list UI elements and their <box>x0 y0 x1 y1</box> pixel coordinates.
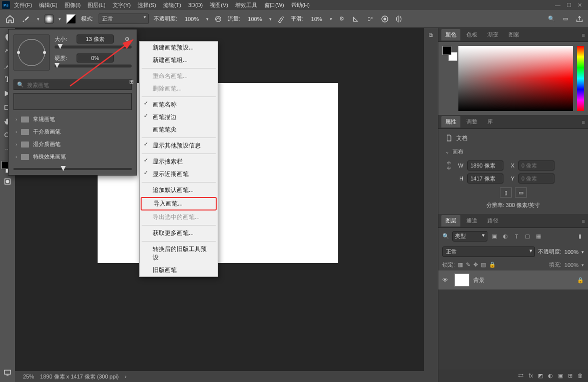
filter-adjust-icon[interactable]: ◐ <box>501 232 509 240</box>
ctx-new-group[interactable]: 新建画笔组... <box>140 54 218 66</box>
visibility-icon[interactable]: 👁 <box>442 277 450 283</box>
brush-folder[interactable]: ›常规画笔 <box>14 113 132 126</box>
max-icon[interactable]: ☐ <box>566 2 571 8</box>
fill-value[interactable]: 100% <box>564 262 578 268</box>
close-icon[interactable]: ✕ <box>577 2 582 8</box>
layer-name[interactable]: 背景 <box>473 276 484 284</box>
layer-row[interactable]: 👁 背景 🔒 <box>438 270 588 290</box>
menu-edit[interactable]: 编辑(E) <box>36 0 61 10</box>
gear-icon[interactable]: ⚙ <box>123 34 132 44</box>
menu-type[interactable]: 文字(Y) <box>110 0 134 10</box>
flow-value[interactable]: 100% <box>245 14 264 24</box>
filter-smart-icon[interactable]: ▦ <box>534 232 542 240</box>
ctx-brush-name[interactable]: 画笔名称 <box>140 98 218 111</box>
ctx-brush-stroke[interactable]: 画笔描边 <box>140 111 218 124</box>
tab-color[interactable]: 颜色 <box>441 29 460 40</box>
ctx-brush-tip[interactable]: 画笔笔尖 <box>140 124 218 136</box>
min-icon[interactable]: — <box>555 2 560 8</box>
brush-tip-preview[interactable] <box>14 34 50 70</box>
color-swatch[interactable] <box>442 46 454 58</box>
opacity-value[interactable]: 100% <box>182 14 201 24</box>
menu-plugins[interactable]: 增效工具 <box>232 0 260 10</box>
ctx-show-info[interactable]: 显示其他预设信息 <box>140 140 218 152</box>
menu-view[interactable]: 视图(V) <box>207 0 231 10</box>
brush-folder[interactable]: ›特殊效果画笔 <box>14 150 132 163</box>
tab-swatches[interactable]: 色板 <box>462 29 481 40</box>
tab-patterns[interactable]: 图案 <box>504 29 523 40</box>
hardness-slider[interactable] <box>55 64 132 68</box>
pressure-opacity-icon[interactable] <box>214 14 223 24</box>
link-layers-icon[interactable]: ⮂ <box>518 372 523 379</box>
brush-search[interactable]: 🔍 <box>14 80 132 90</box>
chevron-down-icon[interactable]: ▾ <box>330 16 332 22</box>
search-icon[interactable]: 🔍 <box>547 14 556 24</box>
tab-adjust[interactable]: 调整 <box>462 116 481 128</box>
link-icon[interactable] <box>445 162 452 169</box>
mode-select[interactable]: 正常 <box>99 14 149 24</box>
panel-menu-icon[interactable]: ≡ <box>582 218 585 224</box>
smooth-value[interactable]: 10% <box>309 14 325 24</box>
filter-type-select[interactable]: 类型 <box>452 231 487 242</box>
tab-properties[interactable]: 属性 <box>441 116 460 128</box>
menu-select[interactable]: 选择(S) <box>135 0 159 10</box>
tab-paths[interactable]: 路径 <box>483 215 502 226</box>
menu-image[interactable]: 图像(I) <box>62 0 84 10</box>
tab-library[interactable]: 库 <box>483 116 497 128</box>
layer-opacity-value[interactable]: 100% <box>564 249 578 255</box>
tool-quickmask[interactable] <box>2 176 13 187</box>
height-field[interactable] <box>467 174 503 184</box>
workspace-icon[interactable]: ▭ <box>561 14 570 24</box>
trash-icon[interactable]: 🗑 <box>577 372 583 379</box>
lock-all-icon[interactable]: 🔒 <box>489 262 496 268</box>
airbrush-icon[interactable] <box>277 14 286 24</box>
layer-thumb[interactable] <box>454 274 469 286</box>
tab-layers[interactable]: 图层 <box>441 215 460 226</box>
thumbnail-size-slider[interactable] <box>14 168 132 170</box>
menu-file[interactable]: 文件(F) <box>11 0 35 10</box>
fx-icon[interactable]: fx <box>528 372 533 379</box>
chevron-right-icon[interactable]: › <box>125 374 127 380</box>
brush-preset-icon[interactable]: 13 <box>45 14 54 24</box>
chevron-down-icon[interactable]: ⌄ <box>445 150 449 154</box>
ctx-show-search[interactable]: 显示搜索栏 <box>140 156 218 168</box>
home-icon[interactable] <box>4 13 16 25</box>
panel-menu-icon[interactable]: ≡ <box>582 119 585 125</box>
size-slider[interactable] <box>55 46 132 48</box>
menu-window[interactable]: 窗口(W) <box>261 0 287 10</box>
chevron-down-icon[interactable]: ▾ <box>269 16 272 22</box>
history-icon[interactable]: ⧉ <box>429 32 433 38</box>
adjustment-icon[interactable]: ◐ <box>548 372 553 379</box>
new-preset-icon[interactable]: ⊞ <box>129 78 134 85</box>
brush-folder[interactable]: ›干介质画笔 <box>14 126 132 138</box>
ctx-get-more[interactable]: 获取更多画笔... <box>140 227 218 240</box>
brush-tool-icon[interactable] <box>21 14 32 24</box>
menu-filter[interactable]: 滤镜(T) <box>160 0 184 10</box>
share-icon[interactable] <box>575 14 584 24</box>
size-field[interactable] <box>77 34 114 44</box>
lock-artboard-icon[interactable]: ▤ <box>481 262 486 268</box>
ctx-legacy-presets[interactable]: 转换后的旧版工具预设 <box>140 243 218 264</box>
ctx-new-preset[interactable]: 新建画笔预设... <box>140 42 218 54</box>
x-field[interactable] <box>518 160 554 170</box>
ctx-import-brushes[interactable]: 导入画笔... <box>141 197 217 210</box>
tab-gradients[interactable]: 渐变 <box>483 29 502 40</box>
mask-icon[interactable]: ◩ <box>538 372 543 379</box>
lock-paint-icon[interactable]: ✎ <box>466 262 470 268</box>
angle-value[interactable]: 0° <box>365 14 376 24</box>
chevron-down-icon[interactable]: ▾ <box>59 16 61 22</box>
brush-swatch-icon[interactable] <box>66 14 76 24</box>
zoom-value[interactable]: 25% <box>23 374 34 380</box>
color-spectrum[interactable] <box>458 46 573 111</box>
chevron-down-icon[interactable]: ▾ <box>206 16 209 22</box>
brush-search-input[interactable] <box>27 82 128 88</box>
hue-strip[interactable] <box>577 46 584 111</box>
tab-channels[interactable]: 通道 <box>462 215 481 226</box>
pressure-size-icon[interactable] <box>380 14 389 24</box>
new-layer-icon[interactable]: ⊞ <box>568 372 572 379</box>
ctx-append-default[interactable]: 追加默认画笔... <box>140 184 218 196</box>
lock-pixels-icon[interactable]: ▦ <box>458 262 463 268</box>
chevron-down-icon[interactable]: ▾ <box>37 16 40 22</box>
hardness-field[interactable] <box>77 54 114 62</box>
filter-type-icon[interactable]: T <box>512 232 520 240</box>
ctx-legacy-brushes[interactable]: 旧版画笔 <box>140 264 218 276</box>
